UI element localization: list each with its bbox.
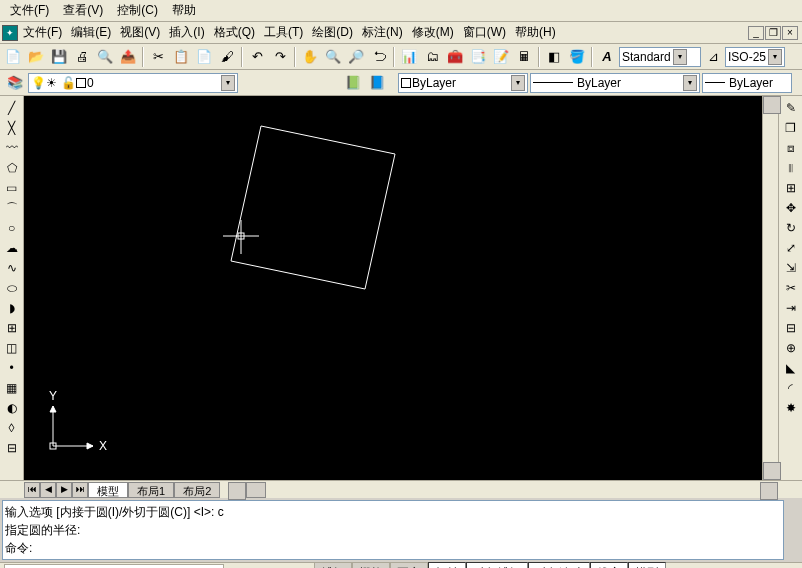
trim-icon[interactable]: ✂ [781, 278, 801, 298]
stretch-icon[interactable]: ⇲ [781, 258, 801, 278]
pan-icon[interactable]: ✋ [299, 46, 321, 68]
zoom-prev-icon[interactable]: ⮌ [368, 46, 390, 68]
sysmenu-file[interactable]: 文件(F) [4, 0, 55, 21]
rect-icon[interactable]: ▭ [2, 178, 22, 198]
dimstyle-icon[interactable]: ⊿ [702, 46, 724, 68]
ellarc-icon[interactable]: ◗ [2, 298, 22, 318]
textstyle-combo[interactable]: Standard▾ [619, 47, 701, 67]
status-polar[interactable]: 极轴 [428, 562, 466, 568]
menu-format[interactable]: 格式(Q) [210, 22, 259, 43]
scale-icon[interactable]: ⤢ [781, 238, 801, 258]
zoom-rt-icon[interactable]: 🔍 [322, 46, 344, 68]
gradient-icon[interactable]: ◐ [2, 398, 22, 418]
menu-help[interactable]: 帮助(H) [511, 22, 560, 43]
erase-icon[interactable]: ✎ [781, 98, 801, 118]
copyobj-icon[interactable]: ❐ [781, 118, 801, 138]
menu-edit[interactable]: 编辑(E) [67, 22, 115, 43]
tab-model[interactable]: 模型 [88, 482, 128, 498]
tab-next-icon[interactable]: ▶ [56, 482, 72, 498]
linetype-combo[interactable]: ByLayer▾ [530, 73, 700, 93]
redo-icon[interactable]: ↷ [269, 46, 291, 68]
rotate-icon[interactable]: ↻ [781, 218, 801, 238]
array-icon[interactable]: ⊞ [781, 178, 801, 198]
block-icon[interactable]: ◧ [543, 46, 565, 68]
calc-icon[interactable]: 🖩 [513, 46, 535, 68]
preview-icon[interactable]: 🔍 [94, 46, 116, 68]
line-icon[interactable]: ╱ [2, 98, 22, 118]
layer-mgr-icon[interactable]: 📚 [4, 72, 26, 94]
hatch-icon[interactable]: ▦ [2, 378, 22, 398]
fillet-icon[interactable]: ◜ [781, 378, 801, 398]
mirror-icon[interactable]: ⧈ [781, 138, 801, 158]
drawing-canvas[interactable]: X Y [24, 96, 762, 480]
menu-window[interactable]: 窗口(W) [459, 22, 510, 43]
menu-file[interactable]: 文件(F) [19, 22, 66, 43]
status-lw[interactable]: 线宽 [590, 562, 628, 568]
paste-icon[interactable]: 📄 [193, 46, 215, 68]
offset-icon[interactable]: ⫴ [781, 158, 801, 178]
layer-prev-icon[interactable]: 📗 [342, 72, 364, 94]
undo-icon[interactable]: ↶ [246, 46, 268, 68]
color-combo[interactable]: ByLayer▾ [398, 73, 528, 93]
close-button[interactable]: × [782, 26, 798, 40]
status-snap[interactable]: 捕捉 [314, 562, 352, 568]
status-ortho[interactable]: 正交 [390, 562, 428, 568]
circle-icon[interactable]: ○ [2, 218, 22, 238]
menu-view[interactable]: 视图(V) [116, 22, 164, 43]
command-window[interactable]: 输入选项 [内接于圆(I)/外切于圆(C)] <I>: c 指定圆的半径: 命令… [2, 500, 784, 560]
sysmenu-control[interactable]: 控制(C) [111, 0, 164, 21]
restore-button[interactable]: ❐ [765, 26, 781, 40]
status-osnap[interactable]: 对象捕捉 [466, 562, 528, 568]
sheet-icon[interactable]: 📑 [467, 46, 489, 68]
layer-combo[interactable]: 💡 ☀ 🔓 0 ▾ [28, 73, 238, 93]
sysmenu-help[interactable]: 帮助 [166, 0, 202, 21]
menu-tools[interactable]: 工具(T) [260, 22, 307, 43]
copy-icon[interactable]: 📋 [170, 46, 192, 68]
status-grid[interactable]: 栅格 [352, 562, 390, 568]
lineweight-combo[interactable]: ByLayer [702, 73, 792, 93]
menu-draw[interactable]: 绘图(D) [308, 22, 357, 43]
tab-first-icon[interactable]: ⏮ [24, 482, 40, 498]
chamfer-icon[interactable]: ◣ [781, 358, 801, 378]
explode-icon[interactable]: ✸ [781, 398, 801, 418]
ellipse-icon[interactable]: ⬭ [2, 278, 22, 298]
insert-icon[interactable]: ⊞ [2, 318, 22, 338]
tab-last-icon[interactable]: ⏭ [72, 482, 88, 498]
vscrollbar[interactable] [762, 96, 778, 480]
arc-icon[interactable]: ⌒ [2, 198, 22, 218]
dimstyle-combo[interactable]: ISO-25▾ [725, 47, 785, 67]
join-icon[interactable]: ⊕ [781, 338, 801, 358]
match-icon[interactable]: 🖌 [216, 46, 238, 68]
tab-prev-icon[interactable]: ◀ [40, 482, 56, 498]
region-icon[interactable]: ◊ [2, 418, 22, 438]
mkblock-icon[interactable]: ◫ [2, 338, 22, 358]
menu-modify[interactable]: 修改(M) [408, 22, 458, 43]
paint-icon[interactable]: 🪣 [566, 46, 588, 68]
extend-icon[interactable]: ⇥ [781, 298, 801, 318]
xline-icon[interactable]: ╳ [2, 118, 22, 138]
open-icon[interactable]: 📂 [25, 46, 47, 68]
point-icon[interactable]: • [2, 358, 22, 378]
move-icon[interactable]: ✥ [781, 198, 801, 218]
pline-icon[interactable]: 〰 [2, 138, 22, 158]
tab-layout2[interactable]: 布局2 [174, 482, 220, 498]
status-model[interactable]: 模型 [628, 562, 666, 568]
table-icon[interactable]: ⊟ [2, 438, 22, 458]
save-icon[interactable]: 💾 [48, 46, 70, 68]
cut-icon[interactable]: ✂ [147, 46, 169, 68]
new-icon[interactable]: 📄 [2, 46, 24, 68]
status-otrack[interactable]: 对象追踪 [528, 562, 590, 568]
dc-icon[interactable]: 🗂 [421, 46, 443, 68]
polygon-icon[interactable]: ⬠ [2, 158, 22, 178]
spline-icon[interactable]: ∿ [2, 258, 22, 278]
menu-dimension[interactable]: 标注(N) [358, 22, 407, 43]
props-icon[interactable]: 📊 [398, 46, 420, 68]
sysmenu-view[interactable]: 查看(V) [57, 0, 109, 21]
menu-insert[interactable]: 插入(I) [165, 22, 208, 43]
min-button[interactable]: _ [748, 26, 764, 40]
zoom-win-icon[interactable]: 🔎 [345, 46, 367, 68]
markup-icon[interactable]: 📝 [490, 46, 512, 68]
layer-states-icon[interactable]: 📘 [366, 72, 388, 94]
tab-layout1[interactable]: 布局1 [128, 482, 174, 498]
hscrollbar[interactable] [228, 482, 778, 498]
